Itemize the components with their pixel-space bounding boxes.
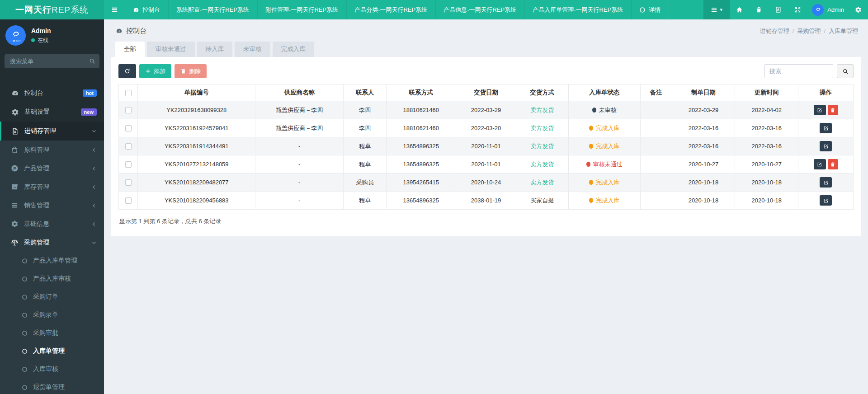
row-edit-button[interactable] — [820, 141, 832, 151]
sidebar-item-入库单管理[interactable]: 入库单管理 — [0, 342, 104, 360]
cell-remark — [640, 101, 672, 119]
cell-contact: 李四 — [344, 101, 386, 119]
row-checkbox[interactable] — [125, 197, 132, 204]
tabs-dropdown-button[interactable]: ▾ — [703, 0, 730, 19]
topbar-tab-label: 控制台 — [142, 6, 160, 14]
sidebar-item-采购订单[interactable]: 采购订单 — [0, 288, 104, 306]
sidebar-item-基础信息[interactable]: 基础信息 — [0, 215, 104, 233]
row-edit-button[interactable] — [820, 177, 832, 188]
row-edit-button[interactable] — [820, 195, 832, 206]
row-delete-button[interactable] — [828, 105, 838, 115]
cell-order-no: YK2203291638099328 — [138, 101, 255, 119]
sidebar-item-采购录单[interactable]: 采购录单 — [0, 306, 104, 324]
row-checkbox[interactable] — [125, 143, 132, 150]
cell-phone: 18810621460 — [386, 101, 456, 119]
sidebar-item-原料管理[interactable]: 原料管理 — [0, 141, 104, 159]
table-row: YKS2010182209456883-程卓136548963252038-01… — [119, 192, 854, 210]
status-dot-icon — [586, 162, 590, 167]
user-menu[interactable]: Admin — [807, 0, 849, 19]
row-checkbox[interactable] — [125, 179, 132, 186]
tab-完成入库[interactable]: 完成入库 — [273, 42, 314, 57]
sidebar-item-基础设置[interactable]: 基础设置new — [0, 103, 104, 122]
sidebar-item-产品入库单管理[interactable]: 产品入库单管理 — [0, 252, 104, 270]
filter-tabs: 全部审核未通过待入库未审核完成入库 — [111, 42, 861, 57]
sidebar-item-进销存管理[interactable]: 进销存管理 — [0, 122, 104, 141]
topbar-tabs: 控制台系统配置-一网天行REP系统附件管理-一网天行REP系统产品分类-一网天行… — [125, 0, 669, 19]
cell-delivery-date: 2022-03-29 — [456, 101, 516, 119]
sidebar-item-入库审核[interactable]: 入库审核 — [0, 360, 104, 378]
cell-actions — [798, 101, 854, 119]
cell-remark — [640, 174, 672, 192]
edit-icon — [823, 126, 829, 131]
cell-updated: 2022-03-16 — [735, 137, 798, 155]
online-label: 在线 — [38, 37, 48, 44]
sidebar-toggle-button[interactable] — [104, 0, 125, 19]
table-search-button[interactable] — [837, 64, 854, 78]
tab-审核未通过[interactable]: 审核未通过 — [147, 42, 195, 57]
cell-created: 2022-03-16 — [672, 119, 735, 137]
row-checkbox-cell — [119, 137, 138, 155]
sidebar-item-label: 采购管理 — [24, 239, 49, 247]
row-checkbox[interactable] — [125, 107, 132, 113]
row-edit-button[interactable] — [814, 105, 826, 115]
row-edit-button[interactable] — [820, 123, 832, 133]
row-checkbox[interactable] — [125, 161, 132, 168]
topbar-tab[interactable]: 系统配置-一网天行REP系统 — [168, 0, 257, 19]
topbar-tab-label: 附件管理-一网天行REP系统 — [265, 6, 338, 14]
table-search-input[interactable] — [764, 64, 833, 78]
sidebar-user-status: 在线 — [31, 37, 51, 44]
tab-待入库[interactable]: 待入库 — [197, 42, 233, 57]
status-dot-icon — [589, 144, 593, 149]
sidebar-item-label: 基础设置 — [24, 108, 50, 116]
cell-delivery-date: 2020-11-01 — [456, 137, 516, 155]
topbar-tab-label: 产品分类-一网天行REP系统 — [354, 6, 427, 14]
sidebar-item-控制台[interactable]: 控制台hot — [0, 84, 104, 103]
circle-icon — [22, 258, 28, 264]
cell-created: 2020-10-18 — [672, 174, 735, 192]
sidebar-item-产品管理[interactable]: P产品管理 — [0, 159, 104, 178]
topbar-tab[interactable]: 产品分类-一网天行REP系统 — [346, 0, 435, 19]
document-button[interactable] — [769, 0, 788, 19]
breadcrumb-item[interactable]: 入库单管理 — [829, 28, 858, 34]
brand-mark-icon — [815, 6, 821, 13]
topbar-tab[interactable]: 详情 — [631, 0, 669, 19]
breadcrumb-item[interactable]: 进销存管理 — [760, 28, 789, 34]
cell-phone: 13954265415 — [386, 174, 456, 192]
topbar-tab[interactable]: 产品入库单管理-一网天行REP系统 — [524, 0, 631, 19]
cell-status: 未审核 — [568, 101, 640, 119]
home-button[interactable] — [730, 0, 749, 19]
cell-supplier: 瓶盖供应商－李四 — [255, 101, 344, 119]
select-all-checkbox[interactable] — [125, 90, 132, 96]
sidebar-item-销售管理[interactable]: 销售管理 — [0, 196, 104, 215]
sidebar-item-退货单管理[interactable]: 退货单管理 — [0, 378, 104, 394]
clear-cache-button[interactable] — [749, 0, 769, 19]
row-delete-button[interactable] — [828, 159, 838, 169]
sidebar-item-采购管理[interactable]: 采购管理 — [0, 233, 104, 252]
status-badge: 完成入库 — [589, 142, 619, 150]
topbar: 一网天行REP系统 控制台系统配置-一网天行REP系统附件管理-一网天行REP系… — [0, 0, 868, 19]
row-checkbox[interactable] — [125, 125, 132, 131]
add-button[interactable]: 添加 — [139, 64, 171, 78]
tab-全部[interactable]: 全部 — [115, 42, 145, 57]
table-panel: 添加 删除 单据编号供应商名称联系人联系方式交货日期交货方式入库单状态备注制单日… — [111, 57, 861, 236]
sidebar-search-input[interactable] — [5, 54, 99, 68]
sidebar-item-产品入库审核[interactable]: 产品入库审核 — [0, 270, 104, 288]
fullscreen-button[interactable] — [788, 0, 807, 19]
breadcrumb-item[interactable]: 采购管理 — [797, 28, 821, 34]
topbar-tab[interactable]: 产品信息-一网天行REP系统 — [435, 0, 524, 19]
cell-contact: 程卓 — [344, 192, 386, 210]
sidebar-item-采购审批[interactable]: 采购审批 — [0, 324, 104, 342]
settings-button[interactable] — [849, 0, 868, 19]
tab-未审核[interactable]: 未审核 — [235, 42, 270, 57]
main-content: 控制台 进销存管理/采购管理/入库单管理 全部审核未通过待入库未审核完成入库 添… — [104, 19, 868, 394]
cell-remark — [640, 192, 672, 210]
refresh-button[interactable] — [118, 64, 136, 78]
cell-phone: 13654896325 — [386, 155, 456, 174]
topbar-tab[interactable]: 附件管理-一网天行REP系统 — [257, 0, 346, 19]
cell-order-no: YKS2010182209456883 — [138, 192, 255, 210]
sidebar-item-库存管理[interactable]: 库存管理 — [0, 178, 104, 196]
brand-mark-icon — [11, 29, 21, 39]
delete-button[interactable]: 删除 — [175, 64, 207, 78]
topbar-tab[interactable]: 控制台 — [125, 0, 168, 19]
row-edit-button[interactable] — [814, 159, 826, 169]
